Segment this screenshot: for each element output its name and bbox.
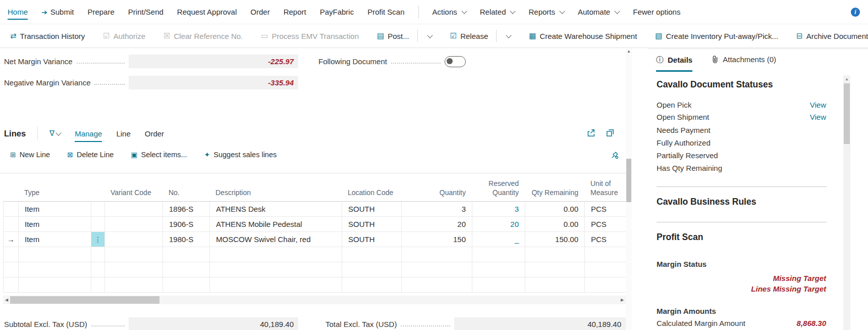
net-margin-variance-input[interactable]: -225.97 [129,55,298,68]
panel-scrollbar-thumb[interactable] [844,83,850,144]
no-cell[interactable]: 1896-S [163,202,210,216]
panel-scrollbar[interactable]: ▲ [843,75,850,330]
menu-order[interactable]: Order [250,8,269,16]
no-cell[interactable]: 1906-S [163,217,210,231]
description-cell[interactable]: ATHENS Mobile Pedestal [210,217,342,231]
popout-icon[interactable] [606,128,615,137]
reserved-quantity-link[interactable]: 20 [472,217,525,231]
qty-remaining-cell[interactable]: 150.00 [525,232,585,247]
scroll-up-icon[interactable]: ▲ [843,77,850,81]
view-link[interactable]: View [810,113,826,121]
row-selector-cell[interactable]: → [4,232,19,247]
reserved-quantity-link[interactable]: _ [472,232,525,247]
menu-submit[interactable]: ➔ Submit [41,8,74,16]
archive-document-button[interactable]: ⊟ Archive Document [796,31,868,40]
row-menu-cell[interactable] [91,202,105,216]
tab-order[interactable]: Order [145,129,164,138]
following-document-toggle[interactable] [445,56,466,67]
col-unit-of-measure[interactable]: Unit of Measure [584,179,626,201]
vertical-scrollbar[interactable]: ▲ [626,49,632,330]
type-cell[interactable]: Item [19,202,91,216]
tab-details[interactable]: ⓘ Details [656,55,692,72]
reserved-quantity-link[interactable]: 3 [472,202,525,216]
select-items-button[interactable]: ▣ Select items... [131,151,187,159]
menu-fewer-options[interactable]: Fewer options [633,8,680,16]
menu-profit-scan[interactable]: Profit Scan [367,8,404,16]
row-selector-cell[interactable] [4,202,19,216]
scroll-up-icon[interactable]: ▲ [626,49,632,54]
variant-code-cell[interactable] [105,202,163,216]
col-reserved-quantity[interactable]: Reserved Quantity [472,179,525,201]
qty-remaining-cell[interactable]: 0.00 [525,217,585,231]
transaction-history-button[interactable]: ⇄ Transaction History [10,31,85,40]
location-code-cell[interactable]: SOUTH [342,202,402,216]
quantity-cell[interactable]: 20 [402,217,472,231]
menu-payfabric[interactable]: PayFabric [320,8,354,16]
chevron-down-icon[interactable] [427,32,432,38]
no-cell[interactable]: 1980-S [163,232,210,247]
create-inventory-putaway-button[interactable]: ▧ Create Inventory Put-away/Pick... [655,31,778,40]
menu-prepare[interactable]: Prepare [87,8,114,16]
release-split-button[interactable]: ☑ Release [450,30,511,42]
calculated-margin-value: 8,868.30 [797,319,826,327]
col-location-code[interactable]: Location Code [342,188,401,202]
horizontal-scrollbar[interactable]: ◀ ▶ [3,296,626,304]
col-description[interactable]: Description [209,188,342,202]
tab-manage[interactable]: Manage [75,129,102,142]
chevron-down-icon[interactable] [506,32,512,38]
vertical-scrollbar-thumb[interactable] [626,159,631,202]
description-cell[interactable]: MOSCOW Swivel Chair, red [210,232,342,247]
quantity-cell[interactable]: 3 [402,202,472,216]
tab-attachments[interactable]: Attachments (0) [712,55,776,64]
menu-print-send[interactable]: Print/Send [128,8,164,16]
tab-home[interactable]: Home [8,8,28,20]
empty-cell [105,277,163,292]
menu-reports[interactable]: Reports [528,8,564,16]
view-link[interactable]: View [810,101,826,109]
share-icon[interactable] [586,128,595,137]
menu-request-approval[interactable]: Request Approval [177,8,237,16]
info-icon[interactable]: i [851,8,860,17]
unit-of-measure-cell[interactable]: PCS [585,202,626,216]
row-selector-cell[interactable] [4,217,19,231]
unit-of-measure-cell[interactable]: PCS [585,232,626,247]
chevron-down-icon[interactable] [56,130,61,135]
delete-line-button[interactable]: ⊠ Delete Line [67,151,114,159]
description-cell[interactable]: ATHENS Desk [210,202,342,216]
qty-remaining-cell[interactable]: 0.00 [525,202,585,216]
col-variant-code[interactable]: Variant Code [104,188,162,202]
menu-automate[interactable]: Automate [578,8,619,16]
quantity-cell[interactable]: 150 [402,232,472,247]
total-input[interactable]: 40,189.40 [454,317,626,330]
subtotal-input[interactable]: 40,189.40 [129,317,298,330]
unit-of-measure-cell[interactable]: PCS [585,217,626,231]
scroll-left-icon[interactable]: ◀ [3,296,10,304]
variant-code-cell[interactable] [105,217,163,231]
menu-related[interactable]: Related [480,8,515,16]
negative-margin-variance-input[interactable]: -335.94 [129,76,298,89]
pin-icon[interactable] [611,151,619,159]
suggest-sales-lines-button[interactable]: ✦ Suggest sales lines [204,151,277,159]
tab-line[interactable]: Line [116,129,130,138]
create-warehouse-shipment-button[interactable]: ▦ Create Warehouse Shipment [529,31,637,40]
location-code-cell[interactable]: SOUTH [342,232,402,247]
type-cell[interactable]: Item [19,217,91,231]
post-split-button[interactable]: ▤ Post... [377,30,432,42]
col-no[interactable]: No. [162,188,209,202]
variant-code-cell[interactable] [105,232,163,247]
menu-report[interactable]: Report [284,8,306,16]
filter-funnel-icon[interactable]: ∇ [49,129,55,138]
scroll-right-icon[interactable]: ▶ [619,296,626,304]
row-menu-cell[interactable] [91,217,105,231]
col-qty-remaining[interactable]: Qty Remaining [525,188,584,202]
col-type[interactable]: Type [18,188,91,202]
status-label: Has Qty Remaining [657,164,722,172]
row-menu-cell[interactable]: ⋮ [91,232,105,247]
post-icon: ▤ [377,31,384,40]
col-quantity[interactable]: Quantity [401,188,472,202]
type-cell[interactable]: Item [19,232,91,247]
horizontal-scrollbar-thumb[interactable] [10,296,159,304]
new-line-button[interactable]: ⊞ New Line [10,151,50,159]
location-code-cell[interactable]: SOUTH [342,217,402,231]
menu-actions[interactable]: Actions [432,8,466,16]
